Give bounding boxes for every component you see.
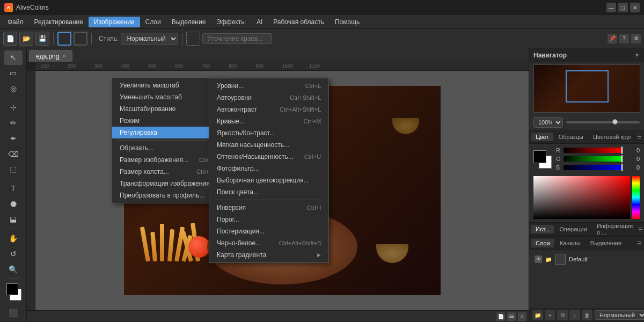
menu-ai[interactable]: AI	[251, 17, 268, 27]
app-title: AliveColors	[16, 4, 49, 11]
tool-hand[interactable]: ✋	[4, 231, 23, 246]
layer-copy-btn[interactable]: ⧉	[557, 310, 568, 320]
toolbar-frame2[interactable]	[74, 32, 87, 46]
tool-crop[interactable]: ⊹	[4, 100, 23, 115]
color-gradient-row	[533, 176, 640, 219]
layer-visibility[interactable]: 👁	[535, 255, 542, 263]
tab-layers[interactable]: Слои	[531, 239, 554, 247]
zoom-select[interactable]: 100%	[533, 117, 563, 128]
tab-samples[interactable]: Образцы	[554, 133, 588, 141]
layer-default[interactable]: 👁 📁 Default	[532, 252, 641, 266]
tool-zoom[interactable]: 🔍	[4, 262, 23, 276]
toolbar-new[interactable]: 📄	[3, 32, 17, 46]
r-bar[interactable]	[564, 148, 623, 153]
submenu-autocontrast[interactable]: АвтоконтрастCtrl+Alt+Shift+L	[209, 104, 328, 115]
tab-close[interactable]: ×	[62, 53, 65, 59]
submenu-hsl[interactable]: Оттенок/Насыщенность...Ctrl+U	[209, 151, 328, 163]
layer-merge-btn[interactable]: ↓	[569, 310, 580, 320]
tool-pen[interactable]: ✒	[4, 131, 23, 146]
tab-colorwheel[interactable]: Цветовой круг	[589, 133, 636, 141]
style-select[interactable]: Нормальный	[121, 33, 178, 45]
submenu-gradient-map[interactable]: Карта градиента▶	[209, 249, 328, 261]
menu-selection[interactable]: Выделение	[166, 17, 211, 27]
menu-help[interactable]: Помощь	[330, 17, 365, 27]
foreground-color[interactable]	[6, 283, 18, 295]
submenu-colorsearch[interactable]: Поиск цвета...	[209, 186, 328, 198]
tab-bar: еда.png ×	[27, 48, 529, 62]
toolbar-pin-icon[interactable]: 📌	[608, 34, 617, 43]
tool-lasso[interactable]: ◎	[4, 81, 23, 96]
tab-info[interactable]: Информация о ...	[592, 222, 637, 237]
toolbar-save[interactable]: 💾	[35, 32, 49, 46]
submenu-photofilter[interactable]: Фотофильтр...	[209, 163, 328, 174]
tab-color[interactable]: Цвет	[531, 133, 553, 141]
submenu-bw[interactable]: Черно-белое...Ctrl+Alt+Shift+B	[209, 237, 328, 249]
layer-type-icon: 📁	[545, 257, 552, 262]
submenu-vibrance[interactable]: Мягкая насыщенность...	[209, 139, 328, 151]
toolbar-marquee[interactable]	[186, 32, 200, 46]
toolbar-settings-icon[interactable]: ⚙	[631, 34, 641, 43]
tool-select[interactable]: ↖	[4, 50, 23, 65]
tool-rect[interactable]: ▭	[4, 66, 23, 80]
toolbar-frame1[interactable]	[57, 32, 71, 46]
minimize-button[interactable]: —	[606, 3, 616, 12]
tab-channels[interactable]: Каналы	[555, 239, 585, 247]
b-bar[interactable]	[564, 165, 623, 170]
color-panel-menu[interactable]: ☰	[637, 134, 642, 140]
tab-history[interactable]: Ист...	[531, 225, 554, 233]
canvas-close-icon[interactable]: ✕	[518, 312, 526, 321]
menu-workspace[interactable]: Рабочая область	[268, 17, 330, 27]
submenu-autolevels[interactable]: АвтоуровниCtrl+Shift+L	[209, 92, 328, 104]
toolbar: 📄 📂 💾 Стиль: Нормальный 📌 ? ⚙	[0, 29, 644, 48]
refine-edges-input[interactable]	[202, 33, 272, 44]
submenu-selective[interactable]: Выборочная цветокоррекция...	[209, 174, 328, 186]
canvas-mountain-icon[interactable]: 🏔	[507, 312, 516, 321]
menu-image[interactable]: Изображение	[89, 17, 140, 27]
tab-eda[interactable]: еда.png ×	[29, 50, 72, 62]
toolbar-help-icon[interactable]: ?	[619, 34, 629, 43]
color-picker[interactable]	[533, 176, 630, 219]
tool-text[interactable]: T	[4, 181, 23, 196]
tool-brush[interactable]: ✏	[4, 116, 23, 130]
tool-rotate[interactable]: ↺	[4, 246, 23, 261]
navigator-collapse[interactable]: ▼	[634, 52, 640, 58]
title-bar-controls[interactable]: — □ ✕	[606, 3, 640, 12]
layer-delete-btn[interactable]: 🗑	[582, 310, 592, 320]
tool-path[interactable]: ⬓	[4, 212, 23, 226]
hue-bar[interactable]	[632, 176, 640, 219]
tool-fill[interactable]: ⬚	[4, 162, 23, 177]
submenu-posterize[interactable]: Постеризация...	[209, 225, 328, 237]
layer-add-btn[interactable]: 📁	[532, 310, 543, 320]
fg-color-swatch[interactable]	[533, 150, 546, 163]
layers-panel-menu[interactable]: ☰	[637, 240, 642, 246]
tool-erase[interactable]: ⌫	[4, 147, 23, 161]
submenu-brightness[interactable]: Яркость/Контраст...	[209, 127, 328, 139]
submenu-threshold[interactable]: Порог...	[209, 214, 328, 225]
submenu-levels[interactable]: Уровни...Ctrl+L	[209, 80, 328, 92]
zoom-slider[interactable]	[566, 121, 640, 123]
tool-mask[interactable]: ⬛	[4, 305, 23, 320]
submenu-curves[interactable]: Кривые...Ctrl+M	[209, 115, 328, 127]
tab-selection[interactable]: Выделение	[586, 239, 626, 247]
submenu-invert[interactable]: ИнверсияCtrl+I	[209, 202, 328, 214]
title-bar-left: A AliveColors	[4, 3, 49, 12]
g-bar[interactable]	[564, 156, 623, 162]
b-label: B	[556, 164, 561, 171]
menu-effects[interactable]: Эффекты	[211, 17, 251, 27]
menu-file[interactable]: Файл	[2, 17, 29, 27]
zoom-slider-handle[interactable]	[612, 119, 618, 125]
menu-layers[interactable]: Слои	[140, 17, 166, 27]
toolbar-open[interactable]: 📂	[19, 32, 33, 46]
blend-mode-select[interactable]: Нормальный	[595, 310, 644, 320]
canvas-bottom-bar: 📄 🏔 ✕	[27, 310, 529, 322]
color-selector[interactable]	[4, 283, 23, 301]
app-logo: A	[4, 3, 13, 12]
tab-operations[interactable]: Операции	[555, 225, 591, 233]
layer-new-btn[interactable]: +	[545, 310, 555, 320]
canvas-doc-icon[interactable]: 📄	[496, 312, 505, 321]
history-panel-menu[interactable]: ☰	[638, 226, 643, 232]
menu-edit[interactable]: Редактирование	[29, 17, 89, 27]
maximize-button[interactable]: □	[618, 3, 628, 12]
tool-shape[interactable]: ⬣	[4, 196, 23, 211]
close-button[interactable]: ✕	[630, 3, 640, 12]
